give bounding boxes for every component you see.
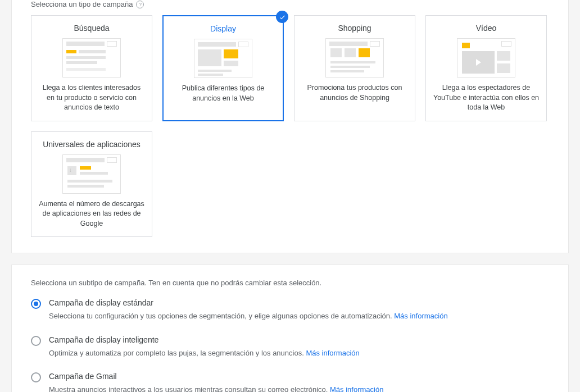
subtype-option[interactable]: Campaña de display estándarSelecciona tu… — [31, 298, 549, 322]
more-info-link[interactable]: Más información — [330, 385, 383, 392]
subtype-intro: Selecciona un subtipo de campaña. Ten en… — [31, 279, 549, 287]
campaign-type-panel: Selecciona un tipo de campaña ? Búsqueda… — [11, 0, 569, 253]
subtype-option[interactable]: Campaña de display inteligenteOptimiza y… — [31, 335, 549, 359]
radio-content: Campaña de display estándarSelecciona tu… — [49, 298, 549, 322]
card-desc: Promociona tus productos con anuncios de… — [301, 83, 408, 103]
radio-content: Campaña de display inteligenteOptimiza y… — [49, 335, 549, 359]
campaign-card-video[interactable]: VídeoLlega a los espectadores de YouTube… — [425, 15, 547, 121]
more-info-link[interactable]: Más información — [306, 349, 359, 357]
radio-button[interactable] — [31, 299, 41, 309]
card-title: Vídeo — [433, 24, 540, 33]
subtype-desc: Selecciona tu configuración y tus opcion… — [49, 311, 549, 322]
help-icon[interactable]: ? — [136, 1, 144, 8]
subtype-title: Campaña de Gmail — [49, 372, 549, 381]
campaign-subtype-panel: Selecciona un subtipo de campaña. Ten en… — [11, 265, 569, 392]
subtype-list: Campaña de display estándarSelecciona tu… — [31, 298, 549, 392]
campaign-card-search[interactable]: BúsquedaLlega a los clientes interesados… — [31, 15, 152, 121]
campaign-card-app[interactable]: Universales de aplicacionesAumenta el nú… — [31, 131, 152, 238]
section-title-row: Selecciona un tipo de campaña ? — [31, 0, 549, 8]
card-desc: Llega a los clientes interesados en tu p… — [38, 83, 145, 113]
subtype-desc: Muestra anuncios interactivos a los usua… — [49, 384, 549, 392]
subtype-option[interactable]: Campaña de GmailMuestra anuncios interac… — [31, 372, 549, 392]
radio-button[interactable] — [31, 336, 41, 346]
subtype-desc: Optimiza y automatiza por completo las p… — [49, 348, 549, 359]
section-title: Selecciona un tipo de campaña — [31, 0, 133, 8]
card-title: Universales de aplicaciones — [38, 140, 145, 149]
card-desc: Publica diferentes tipos de anuncios en … — [170, 84, 276, 103]
card-title: Display — [170, 24, 276, 33]
card-title: Shopping — [301, 24, 408, 33]
card-title: Búsqueda — [38, 24, 145, 33]
campaign-cards-grid: BúsquedaLlega a los clientes interesados… — [31, 15, 549, 237]
campaign-card-display[interactable]: DisplayPublica diferentes tipos de anunc… — [162, 15, 284, 121]
campaign-card-shopping[interactable]: ShoppingPromociona tus productos con anu… — [294, 15, 415, 121]
radio-button[interactable] — [31, 372, 41, 382]
subtype-title: Campaña de display inteligente — [49, 335, 549, 344]
more-info-link[interactable]: Más información — [394, 312, 447, 320]
card-desc: Aumenta el número de descargas de aplica… — [38, 199, 145, 229]
card-desc: Llega a los espectadores de YouTube e in… — [433, 83, 540, 113]
check-icon — [276, 11, 288, 23]
radio-content: Campaña de GmailMuestra anuncios interac… — [49, 372, 549, 392]
subtype-title: Campaña de display estándar — [49, 298, 549, 307]
